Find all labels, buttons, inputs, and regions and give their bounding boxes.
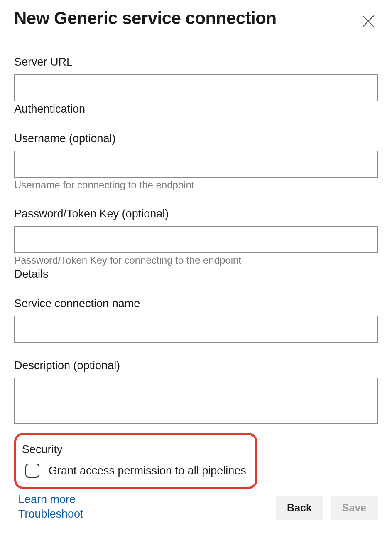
troubleshoot-link[interactable]: Troubleshoot: [18, 508, 83, 521]
conn-name-field-block: Service connection name: [14, 297, 378, 343]
service-connection-panel: New Generic service connection Server UR…: [0, 0, 392, 537]
security-highlight-box: Security Grant access permission to all …: [14, 433, 257, 489]
back-button[interactable]: Back: [276, 496, 323, 520]
learn-more-link[interactable]: Learn more: [18, 493, 83, 506]
conn-name-label: Service connection name: [14, 297, 378, 310]
server-url-label: Server URL: [14, 56, 378, 69]
close-icon: [361, 14, 375, 28]
footer-row: Learn more Troubleshoot Back Save: [14, 493, 378, 521]
security-heading: Security: [22, 443, 248, 456]
help-links: Learn more Troubleshoot: [14, 493, 83, 521]
password-help: Password/Token Key for connecting to the…: [14, 254, 378, 266]
description-input[interactable]: [14, 378, 378, 424]
panel-title: New Generic service connection: [14, 8, 277, 28]
username-field-block: Username (optional) Username for connect…: [14, 132, 378, 191]
password-label: Password/Token Key (optional): [14, 207, 378, 220]
server-url-input[interactable]: [14, 74, 378, 101]
description-label: Description (optional): [14, 359, 378, 372]
grant-access-row: Grant access permission to all pipelines: [21, 464, 248, 478]
username-label: Username (optional): [14, 132, 378, 145]
grant-access-label: Grant access permission to all pipelines: [49, 464, 246, 477]
username-input[interactable]: [14, 151, 378, 178]
description-field-block: Description (optional): [14, 359, 378, 425]
details-heading: Details: [14, 268, 378, 281]
password-field-block: Password/Token Key (optional) Password/T…: [14, 207, 378, 266]
conn-name-input[interactable]: [14, 316, 378, 343]
close-button[interactable]: [359, 12, 378, 31]
server-url-field-block: Server URL: [14, 56, 378, 101]
footer-buttons: Back Save: [276, 496, 378, 520]
authentication-heading: Authentication: [14, 103, 378, 116]
password-input[interactable]: [14, 226, 378, 253]
save-button[interactable]: Save: [331, 496, 378, 520]
username-help: Username for connecting to the endpoint: [14, 179, 378, 191]
panel-header: New Generic service connection: [14, 8, 378, 31]
grant-access-checkbox[interactable]: [25, 464, 39, 478]
